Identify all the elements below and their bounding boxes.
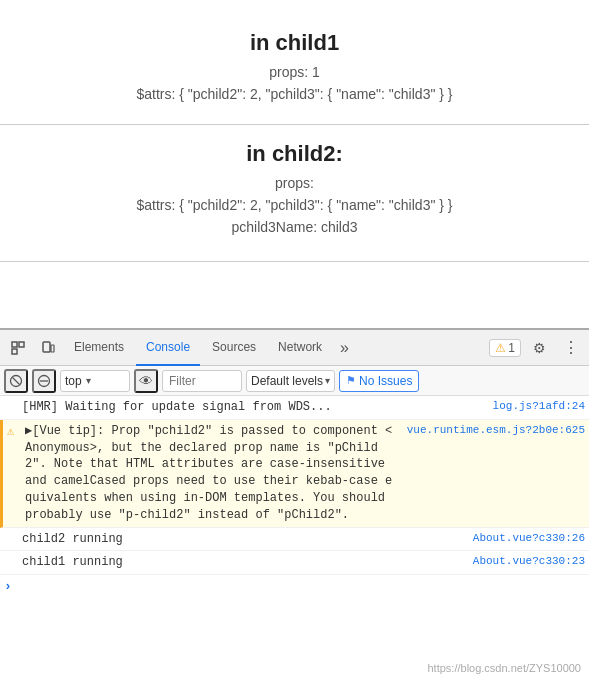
- log-warning-text: ▶[Vue tip]: Prop "pchild2" is passed to …: [25, 423, 399, 524]
- warning-triangle-icon: ⚠: [495, 341, 506, 355]
- log-icon-cell: [4, 399, 22, 400]
- chevron-down-icon: ▾: [86, 375, 91, 386]
- log-warn-icon-cell: ⚠: [7, 423, 25, 439]
- levels-chevron-icon: ▾: [325, 375, 330, 386]
- toolbar-right: ⚠ 1 ⚙ ⋮: [489, 334, 585, 362]
- child2-title: in child2:: [0, 141, 589, 167]
- main-content: in child1 props: 1 $attrs: { "pchild2": …: [0, 0, 589, 262]
- tab-console[interactable]: Console: [136, 330, 200, 366]
- log-levels-select[interactable]: Default levels ▾: [246, 370, 335, 392]
- device-toggle-button[interactable]: [34, 334, 62, 362]
- execution-context-select[interactable]: top ▾: [60, 370, 130, 392]
- watermark: https://blog.csdn.net/ZYS10000: [428, 662, 582, 674]
- child1-props: props: 1: [0, 64, 589, 80]
- top-label: top: [65, 374, 82, 388]
- more-tabs-button[interactable]: »: [334, 339, 355, 357]
- warning-count: 1: [508, 341, 515, 355]
- filter-input[interactable]: [162, 370, 242, 392]
- svg-line-6: [13, 377, 20, 384]
- log-source[interactable]: About.vue?c330:23: [473, 554, 585, 567]
- log-entry-warning: ⚠ ▶[Vue tip]: Prop "pchild2" is passed t…: [0, 420, 589, 528]
- svg-rect-2: [19, 342, 24, 347]
- disable-log-button[interactable]: [32, 369, 56, 393]
- tab-elements[interactable]: Elements: [64, 330, 134, 366]
- no-issues-button[interactable]: ⚑ No Issues: [339, 370, 419, 392]
- devtools-panel: Elements Console Sources Network » ⚠ 1 ⚙…: [0, 328, 589, 678]
- svg-rect-1: [12, 349, 17, 354]
- svg-rect-4: [51, 345, 54, 352]
- child2-props: props:: [0, 175, 589, 191]
- log-warning-source[interactable]: vue.runtime.esm.js?2b0e:625: [407, 423, 585, 436]
- console-log-area: [HMR] Waiting for update signal from WDS…: [0, 396, 589, 678]
- svg-rect-3: [43, 342, 50, 352]
- svg-rect-0: [12, 342, 17, 347]
- devtools-bar2: top ▾ 👁 Default levels ▾ ⚑ No Issues: [0, 366, 589, 396]
- section-child2: in child2: props: $attrs: { "pchild2": 2…: [0, 131, 589, 251]
- warning-badge[interactable]: ⚠ 1: [489, 339, 521, 357]
- log-source[interactable]: log.js?1afd:24: [493, 399, 585, 412]
- log-icon-cell: [4, 531, 22, 532]
- settings-button[interactable]: ⚙: [525, 334, 553, 362]
- flag-icon: ⚑: [346, 374, 356, 387]
- no-issues-label: No Issues: [359, 374, 412, 388]
- console-prompt[interactable]: ›: [0, 575, 589, 598]
- devtools-toolbar: Elements Console Sources Network » ⚠ 1 ⚙…: [0, 330, 589, 366]
- child1-title: in child1: [0, 30, 589, 56]
- child1-attrs: $attrs: { "pchild2": 2, "pchild3": { "na…: [0, 86, 589, 102]
- prompt-caret-icon: ›: [4, 579, 12, 594]
- inspect-element-button[interactable]: [4, 334, 32, 362]
- log-text: child1 running: [22, 554, 465, 571]
- log-entry: [HMR] Waiting for update signal from WDS…: [0, 396, 589, 420]
- log-text: [HMR] Waiting for update signal from WDS…: [22, 399, 485, 416]
- log-entry: child2 running About.vue?c330:26: [0, 528, 589, 552]
- section-child1: in child1 props: 1 $attrs: { "pchild2": …: [0, 20, 589, 118]
- section-divider: [0, 124, 589, 125]
- child2-pchild3: pchild3Name: child3: [0, 219, 589, 235]
- log-entry: child1 running About.vue?c330:23: [0, 551, 589, 575]
- log-icon-cell: [4, 554, 22, 555]
- tab-network[interactable]: Network: [268, 330, 332, 366]
- eye-icon-button[interactable]: 👁: [134, 369, 158, 393]
- log-text: child2 running: [22, 531, 465, 548]
- warning-icon: ⚠: [7, 424, 14, 439]
- child2-attrs: $attrs: { "pchild2": 2, "pchild3": { "na…: [0, 197, 589, 213]
- clear-console-button[interactable]: [4, 369, 28, 393]
- default-levels-label: Default levels: [251, 374, 323, 388]
- log-source[interactable]: About.vue?c330:26: [473, 531, 585, 544]
- tab-sources[interactable]: Sources: [202, 330, 266, 366]
- more-options-button[interactable]: ⋮: [557, 334, 585, 362]
